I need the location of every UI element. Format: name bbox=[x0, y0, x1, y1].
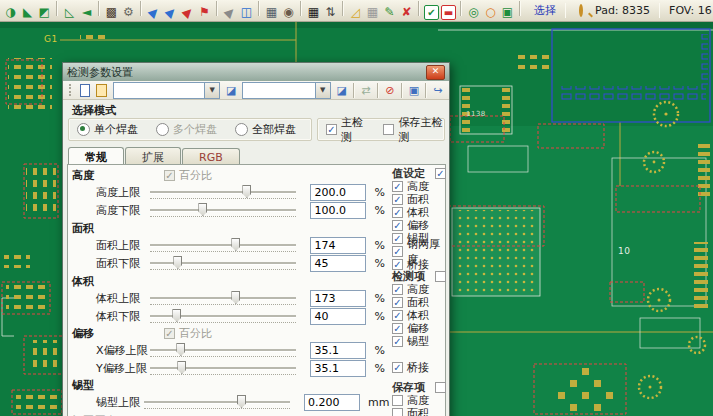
right-item-锡型[interactable]: 锡型 bbox=[392, 335, 446, 348]
group-checkbox[interactable] bbox=[435, 382, 446, 393]
right-item-面积[interactable]: 面积 bbox=[392, 407, 446, 416]
top-toolbar: ◑◣◩◺◄▩⚙▶▶▶⚑▶◫▦◉▦⇅◿▦✎✘✔▬◎○▣ 选择 Pad: 8335 … bbox=[0, 0, 713, 22]
param-slider[interactable] bbox=[150, 254, 296, 272]
param-row: 高度下限% bbox=[96, 201, 388, 219]
measure-polygon-icon[interactable]: ◩ bbox=[37, 4, 52, 20]
param-value-input[interactable] bbox=[304, 394, 360, 411]
camera-icon[interactable]: ◉ bbox=[281, 4, 296, 20]
circle-orange-icon[interactable]: ○ bbox=[483, 4, 498, 20]
dialog-titlebar[interactable]: 检测参数设置 ✕ bbox=[63, 63, 449, 81]
section-4: 锡型锡型上限mm bbox=[72, 379, 388, 411]
sort-az-icon[interactable]: ⇅ bbox=[323, 4, 338, 20]
grid-window-icon[interactable]: ▦ bbox=[264, 4, 279, 20]
section-1: 面积面积上限%面积下限% bbox=[72, 222, 388, 272]
square-circle-icon[interactable]: ▣ bbox=[500, 4, 515, 20]
param-slider[interactable] bbox=[150, 236, 296, 254]
ruler-icon[interactable]: ◿ bbox=[348, 4, 363, 20]
apply-template-2-icon[interactable]: ◪ bbox=[335, 83, 349, 98]
param-value-input[interactable] bbox=[310, 255, 366, 272]
checkbox-icon[interactable] bbox=[392, 284, 403, 295]
radio-icon[interactable] bbox=[77, 123, 90, 136]
dart-red-icon[interactable]: ▶ bbox=[177, 1, 199, 23]
checkbox-icon[interactable] bbox=[392, 323, 403, 334]
param-value-input[interactable] bbox=[310, 360, 366, 377]
checkbox-icon[interactable] bbox=[392, 220, 403, 231]
checkbox-icon[interactable] bbox=[392, 297, 403, 308]
toolbar-grip bbox=[69, 84, 74, 96]
template-combo-2[interactable]: ▼ bbox=[242, 82, 331, 99]
new-template-icon[interactable] bbox=[80, 84, 90, 97]
toolbar-separator bbox=[659, 3, 660, 18]
template-combo-1[interactable]: ▼ bbox=[113, 82, 220, 99]
group-checkbox[interactable] bbox=[435, 168, 446, 179]
radio-icon[interactable] bbox=[156, 123, 169, 136]
angle-tool-icon[interactable]: ◺ bbox=[62, 4, 77, 20]
checkbox-icon[interactable] bbox=[383, 124, 394, 135]
param-value-input[interactable] bbox=[310, 308, 366, 325]
sync-icon[interactable]: ⇄ bbox=[359, 83, 373, 98]
radio-option-2[interactable]: 全部焊盘 bbox=[235, 122, 296, 137]
apply-check-icon[interactable]: ✔ bbox=[424, 5, 439, 20]
close-icon[interactable]: ✕ bbox=[426, 65, 445, 80]
param-slider[interactable] bbox=[150, 341, 296, 359]
param-slider[interactable] bbox=[150, 201, 296, 219]
edit-pencil-icon[interactable]: ✎ bbox=[382, 4, 397, 20]
param-slider[interactable] bbox=[144, 393, 290, 411]
grid-light-icon[interactable]: ▦ bbox=[365, 4, 380, 20]
param-slider[interactable] bbox=[150, 359, 296, 377]
mode-check-1[interactable]: 保存主检测 bbox=[383, 115, 444, 145]
param-value-input[interactable] bbox=[310, 237, 366, 254]
chevron-down-icon[interactable]: ▼ bbox=[204, 83, 219, 98]
dialog-toolbar: ▼◪▼◪⇄⊘▣↪ bbox=[63, 81, 449, 100]
apply-template-1-icon[interactable]: ◪ bbox=[224, 83, 238, 98]
checkbox-icon[interactable] bbox=[392, 233, 403, 244]
param-unit: % bbox=[374, 204, 388, 217]
dart-gray-icon[interactable]: ▶ bbox=[219, 1, 241, 23]
magnifier-icon[interactable] bbox=[579, 4, 583, 17]
param-slider[interactable] bbox=[150, 307, 296, 325]
checkbox-icon[interactable] bbox=[392, 408, 403, 416]
checkbox-icon[interactable] bbox=[392, 336, 403, 347]
target-circle-icon[interactable]: ◎ bbox=[466, 4, 481, 20]
radio-icon[interactable] bbox=[235, 123, 248, 136]
right-item-桥接[interactable]: 桥接 bbox=[392, 361, 446, 374]
cone-tool-icon[interactable]: ◄ bbox=[79, 4, 94, 20]
checkbox-icon[interactable] bbox=[392, 395, 403, 406]
checkbox-icon[interactable] bbox=[326, 124, 337, 135]
param-slider[interactable] bbox=[150, 289, 296, 307]
tiles-icon[interactable]: ▦ bbox=[306, 4, 321, 20]
checkbox-icon[interactable] bbox=[392, 310, 403, 321]
checkbox-icon[interactable] bbox=[392, 246, 403, 257]
delete-x-icon[interactable]: ✘ bbox=[399, 4, 414, 20]
pin-red-icon[interactable]: ⚑ bbox=[197, 4, 212, 20]
radio-option-1[interactable]: 多个焊盘 bbox=[156, 122, 217, 137]
radio-option-0[interactable]: 单个焊盘 bbox=[77, 122, 138, 137]
image-icon[interactable]: ▩ bbox=[104, 4, 119, 20]
group-checkbox[interactable] bbox=[435, 271, 446, 282]
tools-icon[interactable]: ⚙ bbox=[121, 4, 136, 20]
param-slider[interactable] bbox=[150, 183, 296, 201]
param-value-input[interactable] bbox=[310, 184, 366, 201]
checkbox-icon[interactable] bbox=[392, 207, 403, 218]
export-icon[interactable]: ↪ bbox=[431, 83, 445, 98]
tab-RGB[interactable]: RGB bbox=[182, 148, 240, 165]
measure-area-icon[interactable]: ◣ bbox=[20, 4, 35, 20]
param-value-input[interactable] bbox=[310, 290, 366, 307]
checkbox-icon[interactable] bbox=[392, 194, 403, 205]
select-mode-label[interactable]: 选择 bbox=[534, 3, 556, 18]
dart-region-icon[interactable]: ◫ bbox=[239, 4, 254, 20]
chevron-down-icon[interactable]: ▼ bbox=[315, 83, 330, 98]
param-value-input[interactable] bbox=[310, 342, 366, 359]
checkbox-icon[interactable] bbox=[392, 362, 403, 373]
percent-checkbox[interactable] bbox=[164, 170, 175, 181]
open-template-icon[interactable] bbox=[96, 84, 106, 97]
save-icon[interactable]: ▣ bbox=[407, 83, 421, 98]
checkbox-icon[interactable] bbox=[392, 181, 403, 192]
disable-icon[interactable]: ⊘ bbox=[383, 83, 397, 98]
param-row: 体积上限% bbox=[96, 289, 388, 307]
percent-checkbox[interactable] bbox=[164, 328, 175, 339]
remove-minus-icon[interactable]: ▬ bbox=[441, 5, 456, 20]
mode-check-0[interactable]: 主检测 bbox=[326, 115, 367, 145]
half-circle-icon[interactable]: ◑ bbox=[3, 4, 18, 20]
param-value-input[interactable] bbox=[310, 202, 366, 219]
